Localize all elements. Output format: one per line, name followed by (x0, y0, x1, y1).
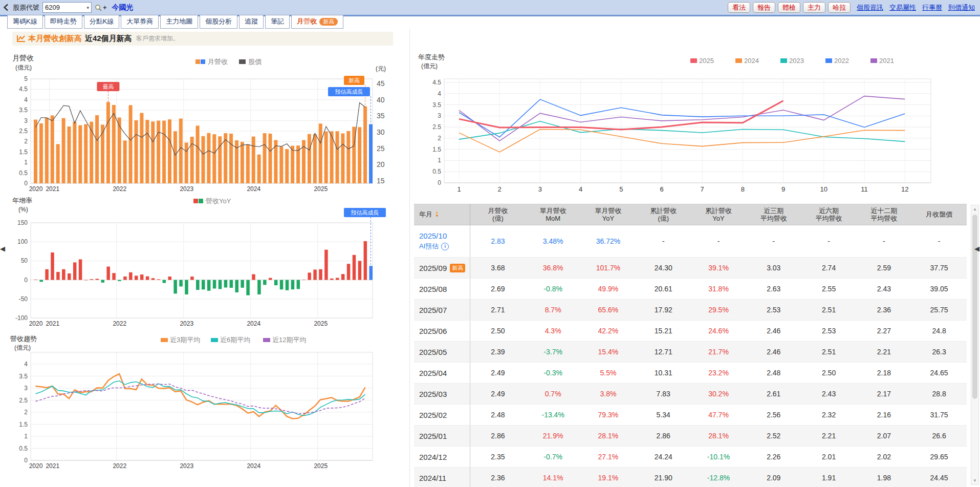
ym-cell: 2024/12 (414, 447, 470, 467)
scrollbar-thumb[interactable] (972, 215, 977, 399)
svg-text:2023: 2023 (180, 462, 193, 470)
tab-realtime[interactable]: 即時走勢 (45, 15, 82, 29)
collapse-right-handle[interactable]: ◀ (974, 245, 979, 252)
svg-text:(元): (元) (376, 65, 386, 72)
column-header-ym[interactable]: 年月▲▼ (414, 204, 470, 225)
collapse-left-handle[interactable]: ◀ (0, 245, 5, 252)
table-row[interactable]: 2025/042.49-0.3%5.5%10.3123.2%2.482.502.… (414, 363, 967, 384)
health-check-button[interactable]: 體檢 (778, 2, 800, 13)
table-row[interactable]: 2025/052.39-3.7%15.4%12.7121.7%2.462.512… (414, 342, 967, 363)
table-row[interactable]: 2025/022.48-13.4%79.3%5.3447.7%2.562.322… (414, 405, 967, 426)
price-alert-link[interactable]: 到價通知 (948, 4, 975, 11)
tab-chip-kline[interactable]: 籌碼K線 (7, 15, 43, 29)
stock-code-input[interactable]: 6209 ▾ (42, 2, 92, 13)
svg-text:7: 7 (701, 185, 704, 193)
table-row[interactable]: 2024/122.35-0.7%27.1%24.24-10.1%2.262.01… (414, 447, 967, 468)
report-button[interactable]: 報告 (753, 2, 775, 13)
value-cell: 39.1% (691, 264, 746, 272)
value-cell: 47.7% (691, 411, 746, 419)
sort-icons[interactable]: ▲▼ (435, 211, 439, 218)
table-row[interactable]: 2024/112.3614.1%19.1%21.90-12.8%2.091.91… (414, 468, 967, 487)
svg-text:月營收: 月營收 (12, 54, 34, 62)
value-cell: 2.48 (470, 411, 526, 419)
revenue-bars (34, 102, 373, 183)
value-cell: 21.9% (526, 432, 581, 440)
tab-stock-analysis[interactable]: 個股分析 (200, 15, 237, 29)
tab-branch-kline[interactable]: 分點K線 (84, 15, 120, 29)
value-cell: 15.21 (636, 327, 691, 335)
value-cell: 2.07 (856, 432, 911, 440)
table-row[interactable]: 2025/012.8621.9%28.1%2.8628.1%2.522.212.… (414, 426, 967, 447)
headline-banner: 本月營收創新高 近42個月新高 客戶需求增加。 (12, 32, 393, 46)
svg-text:年增率: 年增率 (12, 197, 32, 204)
opinion-button[interactable]: 看法 (728, 2, 750, 13)
value-cell: 2.55 (801, 285, 857, 293)
value-cell: 2.86 (470, 432, 526, 440)
value-cell: 2.52 (746, 432, 801, 440)
column-header: 單月營收YoY (581, 207, 636, 223)
svg-text:15: 15 (377, 177, 385, 185)
svg-text:2.5: 2.5 (432, 123, 441, 131)
table-row[interactable]: 2025/10AI預估i2.833.48%36.72%------ (414, 225, 967, 258)
chat-button[interactable]: 哈拉 (828, 2, 851, 13)
svg-text:0.5: 0.5 (432, 168, 441, 175)
legend-year-swatch-2021 (870, 58, 877, 63)
chevron-down-icon[interactable]: ▾ (86, 5, 89, 10)
value-cell: 2.36 (470, 474, 526, 482)
svg-text:2020: 2020 (29, 320, 43, 327)
main-force-button[interactable]: 主力 (803, 2, 825, 13)
line-chart-icon (16, 35, 26, 43)
tab-big-orders[interactable]: 大單券商 (121, 15, 159, 29)
info-icon[interactable]: i (441, 243, 449, 250)
value-cell: 29.65 (911, 453, 967, 461)
value-cell: 29.5% (691, 306, 746, 314)
tab-main-force-map[interactable]: 主力地圖 (160, 15, 198, 29)
legend-revenue-swatch-orange (195, 59, 200, 64)
value-cell: 21.7% (691, 348, 746, 356)
value-cell: 2.56 (746, 411, 801, 419)
back-button[interactable] (3, 4, 9, 11)
legend-ma-swatch (211, 338, 218, 342)
value-cell: 5.5% (581, 369, 636, 377)
svg-text:2024: 2024 (247, 462, 260, 470)
value-cell: 1.91 (801, 474, 857, 482)
value-cell: 24.8 (911, 327, 967, 335)
table-row[interactable]: 2025/082.69-0.8%49.9%20.6131.8%2.632.552… (414, 279, 967, 300)
trading-attributes-link[interactable]: 交易屬性 (889, 4, 916, 11)
calendar-link[interactable]: 行事曆 (922, 4, 942, 11)
stock-code-value: 6209 (45, 4, 60, 11)
tab-notes[interactable]: 筆記 (265, 15, 290, 29)
svg-text:2023: 2023 (180, 185, 193, 193)
scroll-up-icon[interactable]: ▲ (971, 207, 978, 211)
value-cell: 21.90 (636, 474, 691, 482)
table-row[interactable]: 2025/032.490.7%3.8%7.8330.2%2.612.432.17… (414, 384, 967, 405)
svg-text:(%): (%) (18, 206, 28, 213)
table-row[interactable]: 2025/09新高3.6836.8%101.7%24.3039.1%3.032.… (414, 258, 967, 279)
ym-cell: 2025/10AI預估i (414, 225, 470, 257)
svg-text:2022: 2022 (834, 57, 849, 65)
value-cell: 65.6% (581, 306, 636, 314)
value-cell: 24.30 (636, 264, 691, 272)
value-cell: 2.21 (856, 348, 911, 356)
tab-tracking[interactable]: 追蹤 (239, 15, 264, 29)
stock-info-link[interactable]: 個股資訊 (857, 4, 883, 11)
svg-text:2: 2 (498, 185, 502, 193)
table-row[interactable]: 2025/062.504.3%42.2%15.2124.6%2.462.532.… (414, 321, 967, 342)
value-cell: 24.6% (691, 327, 746, 335)
tab-monthly-revenue[interactable]: 月營收新高 (291, 15, 343, 29)
svg-text:50: 50 (21, 257, 28, 264)
add-stock-button[interactable]: + (103, 4, 107, 11)
value-cell: 2.32 (801, 411, 857, 419)
value-cell: 2.17 (856, 390, 911, 398)
value-cell: 15.4% (581, 348, 636, 356)
value-cell: 2.61 (746, 390, 801, 398)
table-row[interactable]: 2025/072.718.7%65.6%17.9229.5%2.532.512.… (414, 300, 967, 321)
value-cell: 2.26 (746, 453, 801, 461)
search-icon[interactable] (95, 4, 102, 11)
scroll-down-icon[interactable]: ▼ (971, 478, 978, 483)
svg-text:2022: 2022 (113, 320, 126, 327)
value-cell: 24.45 (911, 474, 967, 482)
value-cell: 5.34 (636, 411, 691, 419)
value-cell: 42.2% (581, 327, 636, 335)
headline-subtitle: 近42個月新高 (85, 34, 132, 44)
